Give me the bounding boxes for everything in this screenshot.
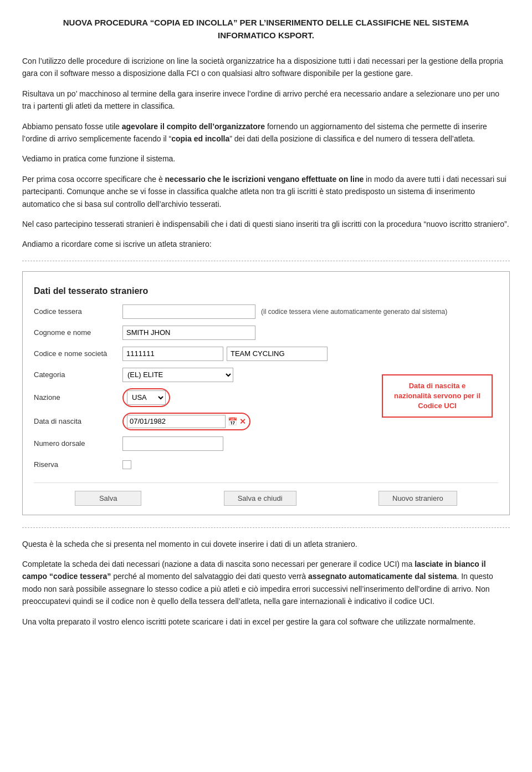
nazione-select[interactable]: USA <box>127 390 166 405</box>
codice-tessera-hint: (il codice tessera viene automaticamente… <box>261 308 447 316</box>
paragraph-4: Vediamo in pratica come funzione il sist… <box>22 153 510 165</box>
codice-tessera-field: (il codice tessera viene automaticamente… <box>122 304 498 319</box>
paragraph-9: Completate la scheda dei dati necessari … <box>22 558 510 608</box>
nuovo-straniero-button[interactable]: Nuovo straniero <box>378 491 457 506</box>
nazione-label: Nazione <box>34 393 122 402</box>
paragraph-8: Questa è la scheda che si presenta nel m… <box>22 538 510 550</box>
societa-name-input[interactable] <box>227 347 328 361</box>
categoria-select[interactable]: (EL) ELITE <box>122 368 233 382</box>
paragraph-5: Per prima cosa occorre specificare che è… <box>22 173 510 210</box>
data-nascita-input[interactable] <box>127 415 226 428</box>
cognome-nome-field <box>122 326 498 340</box>
numero-dorsale-field <box>122 436 498 451</box>
data-nascita-label: Data di nascita <box>34 417 122 425</box>
page-title: NUOVA PROCEDURA “COPIA ED INCOLLA” PER L… <box>22 17 510 42</box>
cognome-nome-label: Cognome e nome <box>34 328 122 337</box>
numero-dorsale-label: Numero dorsale <box>34 439 122 448</box>
riserva-label: Riserva <box>34 460 122 469</box>
clear-date-icon[interactable]: ✕ <box>239 417 246 426</box>
paragraph-3: Abbiamo pensato fosse utile agevolare il… <box>22 120 510 145</box>
salva-button[interactable]: Salva <box>75 491 141 506</box>
date-field-wrapper: 📅 ✕ <box>122 413 250 430</box>
codice-societa-label: Codice e nome società <box>34 349 122 358</box>
nazione-select-wrapper: USA <box>122 388 170 407</box>
cognome-nome-row: Cognome e nome <box>34 325 498 341</box>
codice-tessera-label: Codice tessera <box>34 307 122 316</box>
codice-tessera-row: Codice tessera (il codice tessera viene … <box>34 304 498 319</box>
divider-2 <box>22 527 510 528</box>
paragraph-10: Una volta preparato il vostro elenco isc… <box>22 616 510 628</box>
paragraph-1: Con l’utilizzo delle procedure di iscriz… <box>22 55 510 80</box>
paragraph-7: Andiamo a ricordare come si iscrive un a… <box>22 238 510 250</box>
categoria-label: Categoria <box>34 370 122 379</box>
codice-societa-row: Codice e nome società <box>34 346 498 362</box>
form-section-title: Dati del tesserato straniero <box>34 286 498 296</box>
paragraph-2: Risultava un po’ macchinoso al termine d… <box>22 88 510 113</box>
paragraph-6: Nel caso partecipino tesserati stranieri… <box>22 218 510 230</box>
uci-notice-box: Data di nascita e nazionalità servono pe… <box>382 374 493 418</box>
riserva-checkbox[interactable] <box>122 460 131 469</box>
codice-societa-code-input[interactable] <box>122 347 223 361</box>
divider <box>22 261 510 261</box>
numero-dorsale-row: Numero dorsale <box>34 436 498 451</box>
stranger-form: Dati del tesserato straniero Codice tess… <box>22 271 510 515</box>
codice-societa-field <box>122 347 498 361</box>
salva-chiudi-button[interactable]: Salva e chiudi <box>224 491 296 506</box>
cognome-nome-input[interactable] <box>122 326 255 340</box>
form-button-row: Salva Salva e chiudi Nuovo straniero <box>34 482 498 506</box>
riserva-field <box>122 460 498 469</box>
numero-dorsale-input[interactable] <box>122 436 223 451</box>
riserva-row: Riserva <box>34 457 498 473</box>
calendar-icon[interactable]: 📅 <box>228 417 237 426</box>
codice-tessera-input[interactable] <box>122 304 255 319</box>
